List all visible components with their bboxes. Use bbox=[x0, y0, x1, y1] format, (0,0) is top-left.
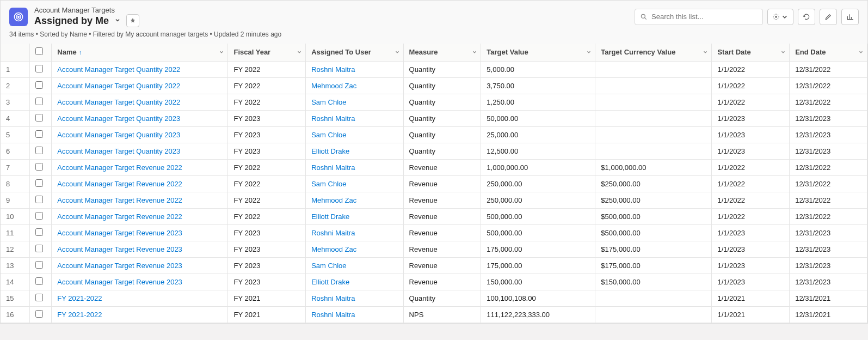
row-select[interactable] bbox=[29, 159, 52, 175]
table-row[interactable]: 13Account Manager Target Revenue 2023FY … bbox=[1, 257, 867, 274]
row-checkbox[interactable] bbox=[35, 228, 43, 236]
col-menu-user[interactable] bbox=[395, 48, 400, 56]
user-link[interactable]: Sam Chloe bbox=[311, 131, 346, 139]
row-checkbox[interactable] bbox=[35, 147, 43, 154]
col-select-all[interactable] bbox=[29, 44, 52, 61]
user-link[interactable]: Roshni Maitra bbox=[311, 163, 355, 172]
record-link[interactable]: Account Manager Target Revenue 2023 bbox=[57, 262, 182, 270]
table-row[interactable]: 5Account Manager Target Quantity 2023FY … bbox=[1, 126, 867, 143]
col-start-date[interactable]: Start Date bbox=[712, 44, 790, 61]
record-link[interactable]: Account Manager Target Revenue 2022 bbox=[57, 196, 182, 204]
record-link[interactable]: Account Manager Target Quantity 2023 bbox=[57, 147, 180, 155]
col-target-currency[interactable]: Target Currency Value bbox=[595, 44, 712, 61]
list-view-controls-button[interactable] bbox=[767, 9, 793, 25]
row-select[interactable] bbox=[29, 274, 52, 290]
user-link[interactable]: Roshni Maitra bbox=[311, 294, 355, 302]
col-end-date[interactable]: End Date bbox=[790, 44, 867, 61]
row-checkbox[interactable] bbox=[35, 294, 43, 301]
edit-list-button[interactable] bbox=[820, 9, 837, 25]
table-row[interactable]: 11Account Manager Target Revenue 2023FY … bbox=[1, 224, 867, 241]
user-link[interactable]: Elliott Drake bbox=[311, 147, 349, 155]
table-row[interactable]: 8Account Manager Target Revenue 2022FY 2… bbox=[1, 175, 867, 192]
table-row[interactable]: 9Account Manager Target Revenue 2022FY 2… bbox=[1, 192, 867, 208]
row-checkbox[interactable] bbox=[35, 98, 43, 105]
table-row[interactable]: 16FY 2021-2022FY 2021Roshni MaitraNPS111… bbox=[1, 306, 867, 323]
row-checkbox[interactable] bbox=[35, 130, 43, 138]
user-link[interactable]: Roshni Maitra bbox=[311, 311, 355, 319]
user-link[interactable]: Elliott Drake bbox=[311, 212, 349, 221]
row-checkbox[interactable] bbox=[35, 277, 43, 285]
row-select[interactable] bbox=[29, 241, 52, 257]
table-row[interactable]: 10Account Manager Target Revenue 2022FY … bbox=[1, 208, 867, 224]
col-menu-measure[interactable] bbox=[472, 48, 477, 56]
record-link[interactable]: FY 2021-2022 bbox=[57, 294, 102, 302]
col-menu-currency[interactable] bbox=[703, 48, 708, 56]
row-checkbox[interactable] bbox=[35, 261, 43, 269]
row-select[interactable] bbox=[29, 306, 52, 323]
col-fiscal-year[interactable]: Fiscal Year bbox=[228, 44, 306, 61]
select-all-checkbox[interactable] bbox=[35, 47, 43, 55]
col-menu-target[interactable] bbox=[586, 48, 592, 56]
user-link[interactable]: Elliott Drake bbox=[311, 278, 349, 286]
row-select[interactable] bbox=[29, 143, 52, 159]
row-select[interactable] bbox=[29, 77, 52, 94]
record-link[interactable]: Account Manager Target Revenue 2023 bbox=[57, 245, 182, 253]
user-link[interactable]: Roshni Maitra bbox=[311, 65, 355, 74]
list-view-name[interactable]: Assigned by Me bbox=[34, 15, 109, 27]
table-row[interactable]: 6Account Manager Target Quantity 2023FY … bbox=[1, 143, 867, 159]
record-link[interactable]: Account Manager Target Revenue 2022 bbox=[57, 180, 182, 188]
col-menu-fy[interactable] bbox=[297, 48, 302, 56]
table-row[interactable]: 2Account Manager Target Quantity 2022FY … bbox=[1, 77, 867, 94]
record-link[interactable]: FY 2021-2022 bbox=[57, 311, 102, 319]
table-row[interactable]: 1Account Manager Target Quantity 2022FY … bbox=[1, 61, 867, 77]
row-checkbox[interactable] bbox=[35, 114, 43, 122]
record-link[interactable]: Account Manager Target Revenue 2023 bbox=[57, 229, 182, 237]
record-link[interactable]: Account Manager Target Quantity 2023 bbox=[57, 114, 180, 123]
col-menu-start[interactable] bbox=[780, 48, 786, 56]
list-view-picker[interactable] bbox=[113, 17, 122, 25]
row-checkbox[interactable] bbox=[35, 163, 43, 171]
table-row[interactable]: 14Account Manager Target Revenue 2023FY … bbox=[1, 274, 867, 290]
table-row[interactable]: 4Account Manager Target Quantity 2023FY … bbox=[1, 110, 867, 126]
row-checkbox[interactable] bbox=[35, 310, 43, 318]
user-link[interactable]: Mehmood Zac bbox=[311, 82, 356, 90]
user-link[interactable]: Sam Chloe bbox=[311, 98, 346, 106]
row-checkbox[interactable] bbox=[35, 212, 43, 220]
record-link[interactable]: Account Manager Target Quantity 2022 bbox=[57, 65, 180, 74]
user-link[interactable]: Roshni Maitra bbox=[311, 229, 355, 237]
chart-button[interactable] bbox=[841, 9, 859, 25]
row-select[interactable] bbox=[29, 61, 52, 77]
record-link[interactable]: Account Manager Target Quantity 2023 bbox=[57, 131, 180, 139]
row-select[interactable] bbox=[29, 192, 52, 208]
user-link[interactable]: Mehmood Zac bbox=[311, 245, 356, 253]
col-measure[interactable]: Measure bbox=[403, 44, 481, 61]
row-select[interactable] bbox=[29, 175, 52, 192]
row-select[interactable] bbox=[29, 126, 52, 143]
record-link[interactable]: Account Manager Target Quantity 2022 bbox=[57, 82, 180, 90]
record-link[interactable]: Account Manager Target Quantity 2022 bbox=[57, 98, 180, 106]
row-checkbox[interactable] bbox=[35, 245, 43, 252]
row-checkbox[interactable] bbox=[35, 81, 43, 89]
col-assigned-to[interactable]: Assigned To User bbox=[306, 44, 403, 61]
table-row[interactable]: 12Account Manager Target Revenue 2023FY … bbox=[1, 241, 867, 257]
table-row[interactable]: 7Account Manager Target Revenue 2022FY 2… bbox=[1, 159, 867, 175]
user-link[interactable]: Roshni Maitra bbox=[311, 114, 355, 123]
row-select[interactable] bbox=[29, 290, 52, 306]
refresh-button[interactable] bbox=[798, 9, 815, 25]
record-link[interactable]: Account Manager Target Revenue 2022 bbox=[57, 163, 182, 172]
col-menu-end[interactable] bbox=[858, 48, 864, 56]
user-link[interactable]: Sam Chloe bbox=[311, 180, 346, 188]
pin-list-button[interactable] bbox=[126, 14, 139, 27]
row-checkbox[interactable] bbox=[35, 196, 43, 203]
row-select[interactable] bbox=[29, 110, 52, 126]
search-input[interactable] bbox=[635, 9, 763, 25]
row-checkbox[interactable] bbox=[35, 179, 43, 187]
col-target-value[interactable]: Target Value bbox=[481, 44, 595, 61]
table-row[interactable]: 3Account Manager Target Quantity 2022FY … bbox=[1, 94, 867, 110]
col-name[interactable]: Name↑ bbox=[52, 44, 228, 61]
col-menu-name[interactable] bbox=[219, 48, 224, 56]
row-select[interactable] bbox=[29, 94, 52, 110]
row-checkbox[interactable] bbox=[35, 65, 43, 72]
user-link[interactable]: Mehmood Zac bbox=[311, 196, 356, 204]
record-link[interactable]: Account Manager Target Revenue 2023 bbox=[57, 278, 182, 286]
